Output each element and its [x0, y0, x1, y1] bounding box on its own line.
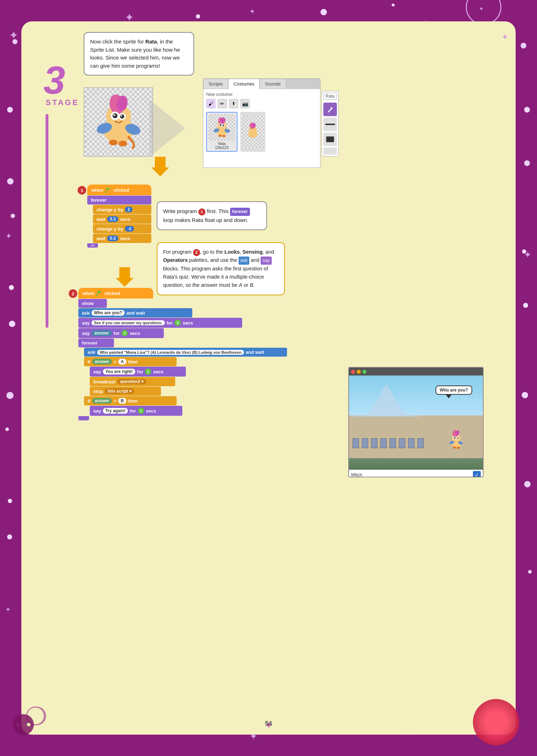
top-right-star1: ✦	[501, 32, 509, 42]
bg-star-2: ✦	[249, 7, 255, 16]
scratch-preview-window: Who are you?	[348, 367, 484, 477]
pyramid	[367, 384, 406, 416]
preview-check-btn[interactable]: ✓	[473, 471, 481, 478]
svg-point-43	[457, 447, 460, 449]
bg-dot-6	[7, 107, 13, 113]
down-arrow-svg-2	[114, 267, 135, 287]
building-windows	[353, 438, 424, 448]
right-side-dot3	[524, 481, 531, 487]
left-side-star2: ✦	[5, 606, 11, 613]
change-y-2: change y by -2	[93, 224, 151, 233]
program2-speech-bubble: For program 2, go to the Looks, Sensing,…	[157, 242, 285, 295]
svg-point-24	[218, 135, 222, 137]
scratch-tabs: Scripts Costumes Sounds	[203, 79, 320, 89]
when-clicked-hat-1: when clicked	[87, 185, 151, 195]
code-area-2: when clicked show ask Who are you? and w…	[78, 288, 287, 420]
arrow-down-2	[114, 267, 135, 288]
costume-item-2-partial	[240, 112, 265, 152]
rata-svg	[90, 91, 147, 153]
rata-character-image	[84, 87, 153, 157]
bg-dot-2	[320, 9, 327, 15]
if-block-1: if answer = A then	[84, 357, 177, 366]
svg-point-25	[222, 135, 226, 137]
say-block-2: say answer for 2 secs	[78, 328, 164, 338]
rata-scene-svg	[447, 429, 465, 450]
tool-btn-1[interactable]	[323, 103, 337, 116]
upload-icon[interactable]: ⬆	[229, 99, 238, 108]
svg-point-42	[453, 446, 456, 449]
edit-icon[interactable]: ✏	[218, 99, 227, 108]
tab-scripts[interactable]: Scripts	[203, 79, 228, 89]
top-right-dot1	[521, 43, 526, 48]
wait-1: wait 0.3 secs	[93, 214, 151, 224]
right-side-dot2	[523, 303, 528, 308]
costume-sprite-svg	[211, 116, 233, 139]
stage-dots	[46, 114, 48, 328]
speech-tail	[446, 395, 452, 398]
change-y-1: change y by 2	[93, 205, 151, 214]
left-side-dot2	[9, 285, 14, 290]
costume-2-preview	[241, 116, 265, 148]
paint-tool-icon	[326, 105, 334, 113]
section-num-1: 1	[78, 186, 86, 195]
minimize-dot	[357, 370, 361, 374]
scratch-tools-panel: Rata	[322, 91, 339, 156]
tab-costumes[interactable]: Costumes	[228, 79, 260, 89]
costume-dims: 126x123	[208, 146, 235, 150]
ask-block-2: ask Who painted "Mona Lisa"? (A) Leonard…	[84, 348, 287, 357]
speech-bubble-who: Who are you?	[436, 385, 472, 395]
stop-block: stop this script ▾	[90, 387, 161, 396]
bg-dot-10	[7, 534, 12, 539]
camera-icon[interactable]: 📷	[240, 99, 250, 108]
svg-point-6	[113, 113, 118, 118]
preview-input-text[interactable]: Mitch	[351, 472, 473, 477]
costume-item-1[interactable]: Rata 126x123	[206, 112, 238, 152]
svg-point-13	[119, 141, 127, 146]
code-indent-1: change y by 2 wait 0.3 secs change y by …	[93, 205, 151, 243]
line-icon	[325, 124, 335, 125]
costume-list-area: Rata 126x123	[206, 112, 317, 152]
left-side-dot4	[8, 499, 12, 503]
forever-end-1: ↩	[87, 243, 98, 248]
code-indent-4: say Try again! for 1 secs	[90, 406, 287, 416]
right-side-star1: ✦	[524, 249, 532, 260]
tool-btn-2[interactable]	[323, 118, 337, 131]
rect-icon	[326, 136, 334, 142]
paint-brush-icon[interactable]: 🖌	[206, 99, 215, 108]
svg-marker-31	[116, 267, 134, 287]
bg-dot-8	[9, 321, 15, 327]
bg-dot-11	[524, 107, 530, 113]
bg-dot-7	[11, 214, 15, 218]
say-block-3: say You are right! for 1 secs	[90, 367, 186, 377]
bottom-star-center: ✦	[265, 719, 273, 731]
tool-btn-4-partial	[323, 147, 337, 155]
section-num-2: 2	[69, 289, 77, 298]
tool-btn-3[interactable]	[323, 133, 337, 146]
scratch-body: New costume: 🖌 ✏ ⬆ 📷	[203, 89, 320, 167]
close-dot	[351, 370, 355, 374]
preview-input-bar: Mitch ✓	[349, 470, 483, 477]
costume-name: Rata	[208, 142, 235, 146]
program1-speech-bubble: Write program 1 first. This forever loop…	[157, 201, 267, 230]
svg-point-38	[454, 437, 455, 439]
light-beam	[150, 100, 185, 157]
svg-point-21	[223, 124, 224, 126]
right-side-dot1	[524, 160, 530, 166]
left-side-dot1	[7, 178, 14, 185]
wait-2: wait 0.3 secs	[93, 234, 151, 243]
costume2-svg	[244, 122, 262, 142]
if-block-2: if answer = B then	[84, 396, 177, 405]
svg-point-20	[220, 124, 221, 126]
top-left-dot1	[12, 39, 17, 44]
section-2-badge: 2	[69, 289, 77, 298]
svg-point-39	[457, 437, 459, 439]
bg-dot-4	[392, 4, 395, 6]
svg-point-8	[113, 114, 115, 116]
forever-block-1: forever	[87, 196, 151, 204]
left-side-dot3	[6, 392, 14, 399]
say-block-1: say See if you can answer my questions. …	[78, 318, 242, 328]
tab-sounds[interactable]: Sounds	[260, 79, 286, 89]
forever-block-2: forever	[78, 338, 114, 347]
scratch-panel: Scripts Costumes Sounds New costume: 🖌 ✏…	[203, 78, 320, 168]
sprite-name-field[interactable]: Rata	[323, 93, 337, 100]
